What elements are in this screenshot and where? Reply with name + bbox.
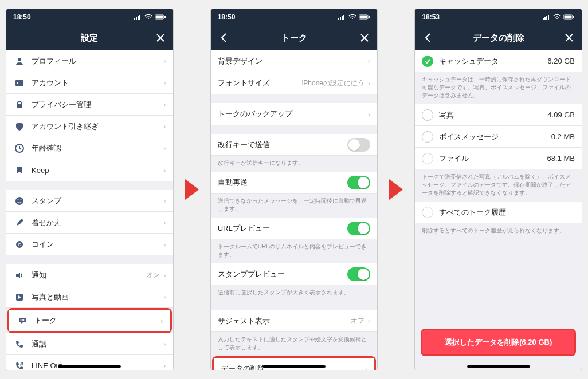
row-suggest[interactable]: サジェスト表示 オフ ›: [211, 310, 378, 332]
toggle-url-preview[interactable]: [347, 222, 370, 235]
checkbox-photos[interactable]: [422, 109, 433, 121]
svg-rect-10: [17, 82, 18, 84]
desc-media: トークで送受信された写真（アルバムを除く）、ボイスメッセージ、ファイルのデータで…: [415, 169, 582, 202]
svg-rect-33: [360, 16, 367, 19]
list-item[interactable]: 通知オン›: [6, 264, 173, 286]
speaker-icon: [13, 271, 26, 280]
lock-icon: [13, 100, 26, 109]
phone-icon: [13, 339, 26, 349]
svg-rect-13: [17, 104, 22, 108]
svg-rect-11: [19, 82, 22, 82]
home-indicator: [262, 365, 326, 368]
toggle-stamp-preview[interactable]: [347, 267, 370, 281]
list-item[interactable]: Keep›: [6, 159, 173, 181]
shield-icon: [13, 122, 26, 131]
row-background-design[interactable]: 背景デザイン ›: [211, 50, 378, 72]
svg-rect-41: [565, 16, 572, 19]
chevron-right-icon: ›: [163, 196, 166, 205]
clock: 18:50: [218, 13, 236, 21]
chevron-right-icon: ›: [163, 339, 166, 348]
list-item[interactable]: 着せかえ›: [6, 212, 173, 234]
svg-text:C: C: [18, 242, 21, 247]
svg-rect-28: [342, 16, 343, 20]
navbar: トーク: [211, 25, 378, 50]
svg-rect-27: [340, 17, 341, 20]
wifi-icon: [348, 14, 356, 20]
chevron-right-icon: ›: [368, 79, 370, 88]
list-item[interactable]: スタンプ›: [6, 190, 173, 212]
row-backup[interactable]: トークのバックアップ ›: [211, 103, 378, 125]
lineout-icon: [13, 361, 26, 370]
chevron-right-icon: ›: [163, 57, 166, 65]
list-item-label: 通話: [32, 339, 163, 349]
settings-list[interactable]: プロフィール›アカウント›プライバシー管理›アカウント引き継ぎ›年齢確認›Kee…: [6, 50, 173, 370]
list-item[interactable]: 通話›: [6, 333, 173, 355]
close-icon[interactable]: [352, 25, 377, 50]
chevron-right-icon: ›: [163, 218, 166, 227]
row-url-preview[interactable]: URLプレビュー: [211, 218, 378, 239]
svg-rect-6: [164, 16, 166, 18]
back-icon[interactable]: [415, 25, 440, 50]
checkbox-files[interactable]: [422, 153, 433, 164]
page-title: 設定: [81, 33, 98, 44]
delete-button[interactable]: 選択したデータを削除(6.20 GB): [422, 330, 574, 354]
delete-button-wrap: 選択したデータを削除(6.20 GB): [421, 329, 576, 356]
svg-rect-34: [543, 18, 544, 20]
chevron-right-icon: ›: [368, 317, 370, 325]
svg-point-17: [21, 199, 22, 200]
list-item[interactable]: プライバシー管理›: [6, 94, 173, 116]
list-item[interactable]: Cコイン›: [6, 234, 173, 255]
talk-settings-list[interactable]: 背景デザイン › フォントサイズ iPhoneの設定に従う › トークのバックア…: [211, 50, 378, 370]
row-delete-data[interactable]: データの削除 ›: [214, 358, 375, 370]
row-photos[interactable]: 写真 4.09 GB: [415, 104, 582, 126]
signal-icon: [543, 14, 551, 20]
battery-icon: [563, 14, 575, 20]
status-bar: 18:53: [415, 9, 582, 25]
row-cache[interactable]: キャッシュデータ 6.20 GB: [415, 50, 582, 72]
row-font-size[interactable]: フォントサイズ iPhoneの設定に従う ›: [211, 72, 378, 94]
list-item[interactable]: トーク›: [9, 310, 170, 331]
desc-enter-send: 改行キーが送信キーになります。: [211, 156, 378, 172]
checkbox-voice[interactable]: [422, 131, 433, 143]
toggle-enter-send[interactable]: [347, 138, 370, 152]
delete-data-list[interactable]: キャッシュデータ 6.20 GB キャッシュデータは、一時的に保存された再ダウン…: [415, 50, 582, 370]
chevron-right-icon: ›: [368, 110, 370, 119]
svg-point-30: [352, 18, 353, 19]
row-files[interactable]: ファイル 68.1 MB: [415, 148, 582, 169]
close-icon[interactable]: [148, 25, 173, 50]
id-icon: [13, 78, 26, 88]
row-auto-resend[interactable]: 自動再送: [211, 172, 378, 194]
screen-talk: 18:50 トーク 背景デザイン › フォントサイズ iPhoneの設定に従う …: [210, 9, 378, 370]
toggle-auto-resend[interactable]: [347, 176, 370, 189]
list-item-label: トーク: [34, 315, 160, 326]
row-voice[interactable]: ボイスメッセージ 0.2 MB: [415, 126, 582, 148]
wifi-icon: [144, 14, 152, 20]
list-item[interactable]: 年齢確認›: [6, 137, 173, 159]
list-item[interactable]: プロフィール›: [6, 50, 173, 72]
back-icon[interactable]: [211, 25, 236, 50]
row-stamp-preview[interactable]: スタンププレビュー: [211, 263, 378, 285]
screen-delete-data: 18:53 データの削除 キャッシュデータ 6.20 GB キャッシュデータは、…: [414, 9, 582, 370]
svg-rect-2: [138, 16, 139, 20]
chevron-right-icon: ›: [368, 57, 370, 65]
home-indicator: [467, 365, 530, 368]
list-item-label: 写真と動画: [32, 292, 163, 302]
row-all-history[interactable]: すべてのトーク履歴: [415, 202, 582, 223]
row-enter-send[interactable]: 改行キーで送信: [211, 134, 378, 156]
list-item[interactable]: 写真と動画›: [6, 286, 173, 308]
list-item[interactable]: アカウント›: [6, 72, 173, 94]
svg-point-21: [21, 319, 22, 321]
checkbox-cache[interactable]: [422, 56, 433, 67]
list-item-label: 年齢確認: [32, 143, 163, 153]
svg-point-38: [556, 18, 558, 19]
checkbox-all-history[interactable]: [422, 207, 433, 218]
list-item[interactable]: LINE Out›: [6, 355, 173, 370]
list-item[interactable]: アカウント引き継ぎ›: [6, 116, 173, 137]
bookmark-icon: [13, 165, 26, 175]
svg-rect-26: [338, 18, 339, 20]
list-item-label: プライバシー管理: [32, 100, 163, 110]
chat-icon: [16, 316, 29, 325]
chevron-right-icon: ›: [163, 166, 166, 175]
close-icon[interactable]: [556, 25, 582, 50]
svg-point-8: [18, 58, 21, 61]
